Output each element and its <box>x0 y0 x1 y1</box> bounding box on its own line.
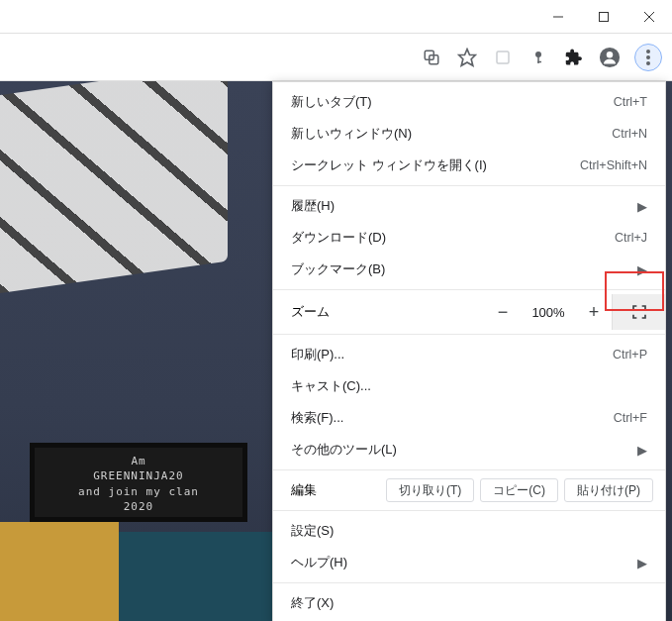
svg-rect-7 <box>497 52 509 63</box>
menu-bookmarks[interactable]: ブックマーク(B) ▶ <box>273 254 665 285</box>
menu-separator <box>273 510 665 511</box>
menu-label: シークレット ウィンドウを開く(I) <box>291 156 570 174</box>
chrome-menu: 新しいタブ(T) Ctrl+T 新しいウィンドウ(N) Ctrl+N シークレッ… <box>272 81 666 621</box>
paste-button[interactable]: 貼り付け(P) <box>564 478 653 502</box>
menu-label: 新しいウィンドウ(N) <box>291 125 602 143</box>
game-logo <box>0 81 228 297</box>
menu-zoom-row: ズーム − 100% + <box>273 294 665 330</box>
submenu-arrow-icon: ▶ <box>637 199 647 214</box>
menu-new-window[interactable]: 新しいウィンドウ(N) Ctrl+N <box>273 118 665 150</box>
menu-separator <box>273 289 665 290</box>
menu-label: 終了(X) <box>291 594 647 612</box>
menu-shortcut: Ctrl+Shift+N <box>580 158 647 172</box>
submenu-arrow-icon: ▶ <box>637 443 647 458</box>
menu-history[interactable]: 履歴(H) ▶ <box>273 190 665 222</box>
extensions-icon[interactable] <box>563 47 585 68</box>
menu-shortcut: Ctrl+N <box>612 127 647 141</box>
profile-icon[interactable] <box>599 47 621 68</box>
menu-separator <box>273 582 665 583</box>
menu-label: 検索(F)... <box>291 409 604 427</box>
submenu-arrow-icon: ▶ <box>637 262 647 277</box>
svg-point-14 <box>646 55 650 59</box>
browser-toolbar <box>0 34 672 81</box>
window-close-button[interactable] <box>626 0 672 34</box>
svg-point-8 <box>535 52 541 57</box>
fullscreen-icon <box>631 304 647 320</box>
zoom-label: ズーム <box>291 303 485 321</box>
submenu-arrow-icon: ▶ <box>637 556 647 570</box>
menu-label: その他のツール(L) <box>291 441 627 459</box>
fullscreen-button[interactable] <box>612 294 665 330</box>
menu-cast[interactable]: キャスト(C)... <box>273 370 665 402</box>
menu-label: 印刷(P)... <box>291 346 603 363</box>
building-graphic <box>119 532 277 621</box>
menu-help[interactable]: ヘルプ(H) ▶ <box>273 547 665 578</box>
window-titlebar <box>0 0 672 34</box>
cut-button[interactable]: 切り取り(T) <box>386 478 474 502</box>
menu-label: ダウンロード(D) <box>291 229 605 247</box>
menu-label: 設定(S) <box>291 522 647 540</box>
menu-settings[interactable]: 設定(S) <box>273 515 665 547</box>
menu-edit-row: 編集 切り取り(T) コピー(C) 貼り付け(P) <box>273 474 665 506</box>
svg-rect-1 <box>600 12 609 21</box>
billboard-text: Am <box>39 454 239 468</box>
key-icon[interactable] <box>528 47 549 68</box>
svg-marker-6 <box>459 49 476 65</box>
menu-shortcut: Ctrl+J <box>615 231 647 245</box>
menu-more-tools[interactable]: その他のツール(L) ▶ <box>273 434 665 466</box>
menu-label: ヘルプ(H) <box>291 554 627 571</box>
menu-separator <box>273 185 665 186</box>
star-icon[interactable] <box>456 47 478 68</box>
window-maximize-button[interactable] <box>581 0 626 34</box>
menu-label: 新しいタブ(T) <box>291 93 604 111</box>
billboard-text: 2020 <box>39 499 239 514</box>
menu-label: ブックマーク(B) <box>291 260 627 278</box>
svg-point-12 <box>607 52 613 57</box>
billboard-sign: Am GREENNINJA20 and join my clan 2020 <box>30 443 247 522</box>
menu-label: 履歴(H) <box>291 197 627 215</box>
menu-shortcut: Ctrl+F <box>614 411 647 425</box>
copy-button[interactable]: コピー(C) <box>480 478 558 502</box>
menu-incognito[interactable]: シークレット ウィンドウを開く(I) Ctrl+Shift+N <box>273 150 665 181</box>
menu-label: キャスト(C)... <box>291 377 647 395</box>
menu-separator <box>273 469 665 470</box>
svg-point-13 <box>646 50 650 53</box>
building-graphic <box>0 522 119 621</box>
menu-shortcut: Ctrl+P <box>613 348 647 362</box>
translate-icon[interactable] <box>421 47 442 68</box>
menu-separator <box>273 334 665 335</box>
more-menu-button[interactable] <box>634 44 662 71</box>
edit-label: 編集 <box>291 474 380 506</box>
menu-downloads[interactable]: ダウンロード(D) Ctrl+J <box>273 222 665 254</box>
window-minimize-button[interactable] <box>535 0 581 34</box>
menu-print[interactable]: 印刷(P)... Ctrl+P <box>273 339 665 370</box>
svg-rect-10 <box>537 60 541 62</box>
menu-shortcut: Ctrl+T <box>614 95 647 109</box>
zoom-out-button[interactable]: − <box>485 294 521 330</box>
menu-new-tab[interactable]: 新しいタブ(T) Ctrl+T <box>273 86 665 118</box>
reader-icon[interactable] <box>492 47 514 68</box>
svg-point-15 <box>646 61 650 65</box>
zoom-value: 100% <box>521 305 576 320</box>
billboard-text: and join my clan <box>39 484 239 499</box>
menu-exit[interactable]: 終了(X) <box>273 587 665 619</box>
zoom-in-button[interactable]: + <box>576 294 612 330</box>
billboard-text: GREENNINJA20 <box>39 468 239 483</box>
menu-find[interactable]: 検索(F)... Ctrl+F <box>273 402 665 434</box>
